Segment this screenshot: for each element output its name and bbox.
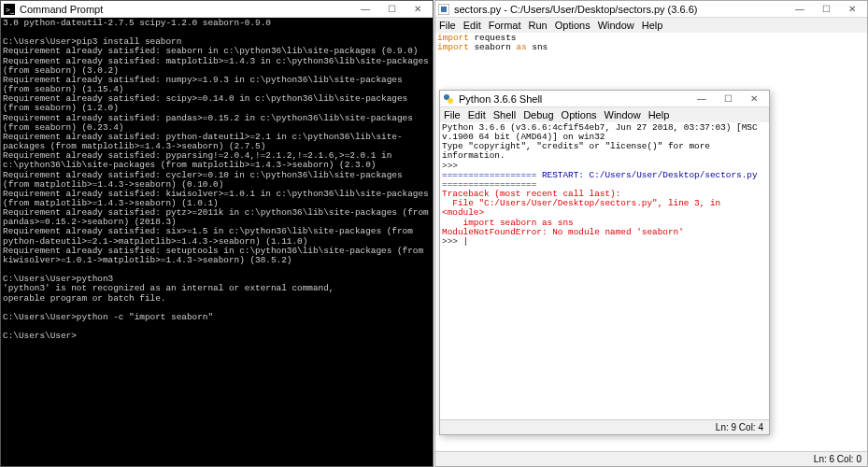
menu-edit[interactable]: Edit	[463, 20, 481, 31]
menu-options[interactable]: Options	[555, 20, 591, 31]
python-shell-window: Python 3.6.6 Shell — ☐ ✕ File Edit Shell…	[439, 90, 770, 435]
source-code: import requests import seaborn as sns	[435, 33, 867, 53]
maximize-button[interactable]: ☐	[813, 2, 839, 17]
minimize-button[interactable]: —	[689, 92, 715, 106]
terminal-content[interactable]: 3.0 python-dateutil-2.7.5 scipy-1.2.0 se…	[1, 18, 433, 466]
shell-output: Python 3.6.6 (v3.6.6:4cf1f54eb7, Jun 27 …	[440, 122, 769, 248]
menu-window[interactable]: Window	[605, 109, 641, 120]
menubar: File Edit Shell Debug Options Window Hel…	[440, 107, 769, 122]
cmd-icon: >_	[3, 3, 16, 16]
title-text: sectors.py - C:/Users/User/Desktop/secto…	[454, 4, 787, 15]
python-icon	[442, 92, 455, 106]
titlebar[interactable]: Python 3.6.6 Shell — ☐ ✕	[440, 91, 769, 107]
title-text: Python 3.6.6 Shell	[459, 93, 689, 105]
menu-file[interactable]: File	[444, 109, 461, 120]
maximize-button[interactable]: ☐	[715, 92, 741, 106]
menu-help[interactable]: Help	[642, 20, 663, 31]
command-prompt-window: >_ Command Prompt — ☐ ✕ 3.0 python-dateu…	[0, 0, 434, 467]
titlebar[interactable]: >_ Command Prompt — ☐ ✕	[1, 1, 433, 18]
svg-text:>_: >_	[6, 6, 15, 14]
cursor-position: Ln: 6 Col: 0	[814, 454, 861, 464]
titlebar[interactable]: sectors.py - C:/Users/User/Desktop/secto…	[435, 1, 867, 18]
minimize-button[interactable]: —	[787, 2, 813, 17]
title-text: Command Prompt	[20, 4, 352, 15]
close-button[interactable]: ✕	[405, 2, 431, 17]
shell-content[interactable]: Python 3.6.6 (v3.6.6:4cf1f54eb7, Jun 27 …	[440, 122, 769, 419]
menu-options[interactable]: Options	[562, 109, 597, 120]
menu-format[interactable]: Format	[489, 20, 521, 31]
cursor-position: Ln: 9 Col: 4	[716, 422, 763, 432]
menu-file[interactable]: File	[439, 20, 456, 31]
minimize-button[interactable]: —	[352, 2, 378, 17]
close-button[interactable]: ✕	[741, 92, 767, 106]
svg-point-4	[448, 98, 453, 104]
menubar: File Edit Format Run Options Window Help	[435, 18, 867, 33]
menu-shell[interactable]: Shell	[493, 109, 516, 120]
maximize-button[interactable]: ☐	[378, 2, 405, 17]
menu-debug[interactable]: Debug	[523, 109, 553, 120]
terminal-output: 3.0 python-dateutil-2.7.5 scipy-1.2.0 se…	[1, 18, 433, 342]
statusbar: Ln: 9 Col: 4	[440, 419, 769, 434]
menu-run[interactable]: Run	[529, 20, 548, 31]
menu-help[interactable]: Help	[648, 109, 670, 120]
close-button[interactable]: ✕	[839, 2, 865, 17]
menu-window[interactable]: Window	[598, 20, 634, 31]
menu-edit[interactable]: Edit	[468, 109, 486, 120]
python-file-icon	[437, 3, 450, 16]
statusbar: Ln: 6 Col: 0	[435, 451, 867, 466]
